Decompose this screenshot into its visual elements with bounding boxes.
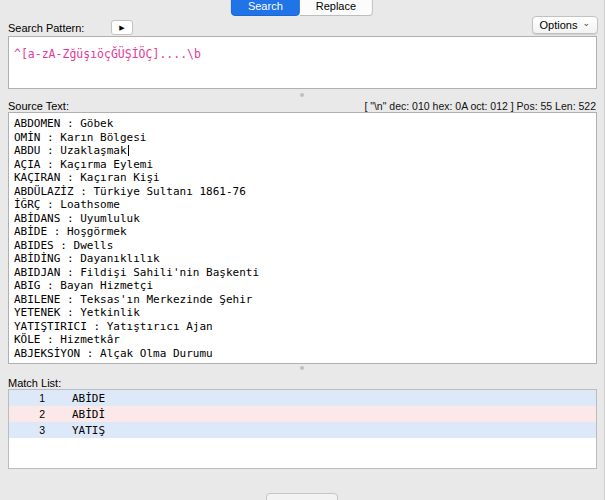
match-row[interactable]: 2ABİDİ	[9, 406, 596, 422]
source-line: YATIŞTIRICI : Yatıştırıcı Ajan	[14, 320, 591, 334]
text-cursor	[128, 145, 130, 156]
search-pattern-input[interactable]: ^[a-zA-ZğüşıöçĞÜŞİÖÇ]....\b	[8, 36, 597, 89]
source-line: ABILENE : Teksas'ın Merkezinde Şehir	[14, 293, 591, 307]
options-label: Options	[540, 19, 578, 31]
match-row-text: ABİDE	[72, 392, 105, 405]
source-line: İĞRÇ : Loathsome	[14, 198, 591, 212]
source-line: ABDÜLAZİZ : Türkiye Sultanı 1861-76	[14, 185, 591, 199]
match-list-label: Match List:	[8, 377, 61, 389]
source-line: ABİDİNG : Dayanıklılık	[14, 252, 591, 266]
source-line: AÇIA : Kaçırma Eylemi	[14, 158, 591, 172]
chevron-down-icon: ⌄	[582, 21, 590, 26]
source-line: KAÇIRAN : Kaçıran Kişi	[14, 171, 591, 185]
tab-search[interactable]: Search	[231, 0, 300, 16]
tab-replace[interactable]: Replace	[300, 0, 373, 16]
source-text-label: Source Text:	[8, 100, 69, 112]
splitter-handle-dot[interactable]	[300, 93, 304, 97]
source-line: ABDU : Uzaklaşmak	[14, 144, 591, 158]
match-row-text: ABİDİ	[72, 408, 105, 421]
bottom-clipped-control[interactable]	[266, 493, 338, 500]
source-line: ABDOMEN : Göbek	[14, 117, 591, 131]
source-line: ABIG : Bayan Hizmetçi	[14, 279, 591, 293]
options-button[interactable]: Options ⌄	[532, 16, 598, 34]
source-line: ABJEKSİYON : Alçak Olma Durumu	[14, 347, 591, 361]
splitter-handle-dot[interactable]	[300, 366, 304, 370]
pattern-text: ^[a-zA-ZğüşıöçĞÜŞİÖÇ]....\b	[14, 47, 201, 61]
source-line: OMİN : Karın Bölgesi	[14, 131, 591, 145]
match-row-number: 1	[9, 392, 45, 404]
source-line: ABİDANS : Uyumluluk	[14, 212, 591, 226]
source-line: ABIDJAN : Fildişi Sahili'nin Başkenti	[14, 266, 591, 280]
source-line: ABIDES : Dwells	[14, 239, 591, 253]
match-row-text: YATIŞ	[72, 424, 105, 437]
tab-bar: Search Replace	[231, 0, 373, 16]
source-line: KÖLE : Hizmetkâr	[14, 333, 591, 347]
match-list: 1ABİDE2ABİDİ3YATIŞ	[8, 389, 597, 469]
search-replace-window: Search Replace Search Pattern: ▶ Options…	[0, 0, 605, 500]
source-textarea[interactable]: ABDOMEN : GöbekOMİN : Karın BölgesiABDU …	[8, 112, 597, 364]
source-line: ABİDE : Hoşgörmek	[14, 225, 591, 239]
search-pattern-label: Search Pattern:	[8, 22, 84, 34]
match-row[interactable]: 1ABİDE	[9, 390, 596, 406]
character-status-readout: [ "\n" dec: 010 hex: 0A oct: 012 ] Pos: …	[364, 100, 596, 112]
match-row-number: 3	[9, 424, 45, 436]
pattern-history-button[interactable]: ▶	[111, 20, 133, 35]
match-row-number: 2	[9, 408, 45, 420]
play-icon: ▶	[119, 24, 124, 31]
source-line: YETENEK : Yetkinlik	[14, 306, 591, 320]
match-row[interactable]: 3YATIŞ	[9, 422, 596, 438]
